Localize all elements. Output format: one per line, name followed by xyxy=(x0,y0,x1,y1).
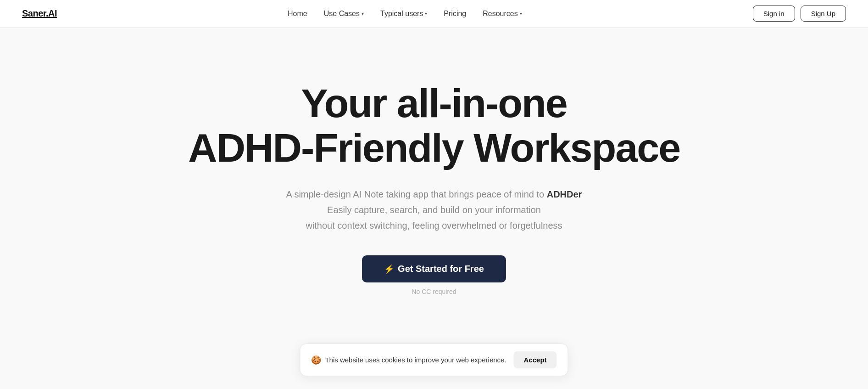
nav-resources-label: Resources xyxy=(483,10,517,18)
cta-button[interactable]: ⚡ Get Started for Free xyxy=(362,255,506,282)
cookie-banner: 🍪 This website uses cookies to improve y… xyxy=(300,344,568,376)
nav-item-resources[interactable]: Resources ▾ xyxy=(483,10,522,18)
nav-actions: Sign in Sign Up xyxy=(753,6,846,22)
nav-typical-users-label: Typical users xyxy=(380,10,423,18)
hero-subtitle-bold: ADHDer xyxy=(547,189,582,199)
cta-note: No CC required xyxy=(412,288,456,295)
nav-pricing-label: Pricing xyxy=(444,10,466,18)
cta-label: Get Started for Free xyxy=(398,264,484,274)
bolt-icon: ⚡ xyxy=(384,264,394,274)
chevron-down-icon: ▾ xyxy=(425,11,427,16)
nav-use-cases-label: Use Cases xyxy=(324,10,360,18)
nav-item-typical-users[interactable]: Typical users ▾ xyxy=(380,10,427,18)
cookie-message: This website uses cookies to improve you… xyxy=(325,356,506,364)
hero-subtitle-part1: A simple-design AI Note taking app that … xyxy=(286,189,547,199)
hero-subtitle-part3: without context switching, feeling overw… xyxy=(306,220,562,231)
hero-title-line1: Your all-in-one xyxy=(301,80,567,126)
cookie-icon: 🍪 xyxy=(311,355,321,365)
nav-item-use-cases[interactable]: Use Cases ▾ xyxy=(324,10,364,18)
chevron-down-icon: ▾ xyxy=(520,11,522,16)
nav-home-label: Home xyxy=(288,10,307,18)
navbar: Saner.AI Home Use Cases ▾ Typical users … xyxy=(0,0,868,28)
nav-item-pricing[interactable]: Pricing xyxy=(444,10,466,18)
nav-item-home[interactable]: Home xyxy=(288,10,307,18)
hero-title-line2: ADHD-Friendly Workspace xyxy=(188,125,680,170)
cookie-text: 🍪 This website uses cookies to improve y… xyxy=(311,355,506,365)
hero-title: Your all-in-one ADHD-Friendly Workspace xyxy=(188,81,680,170)
nav-links: Home Use Cases ▾ Typical users ▾ Pricing… xyxy=(288,10,522,18)
signin-button[interactable]: Sign in xyxy=(753,6,795,22)
chevron-down-icon: ▾ xyxy=(362,11,364,16)
brand-logo[interactable]: Saner.AI xyxy=(22,8,57,19)
accept-button[interactable]: Accept xyxy=(514,351,557,368)
signup-button[interactable]: Sign Up xyxy=(801,6,846,22)
hero-subtitle: A simple-design AI Note taking app that … xyxy=(286,186,582,233)
hero-subtitle-part2: Easily capture, search, and build on you… xyxy=(327,205,541,215)
hero-section: Your all-in-one ADHD-Friendly Workspace … xyxy=(0,28,868,340)
